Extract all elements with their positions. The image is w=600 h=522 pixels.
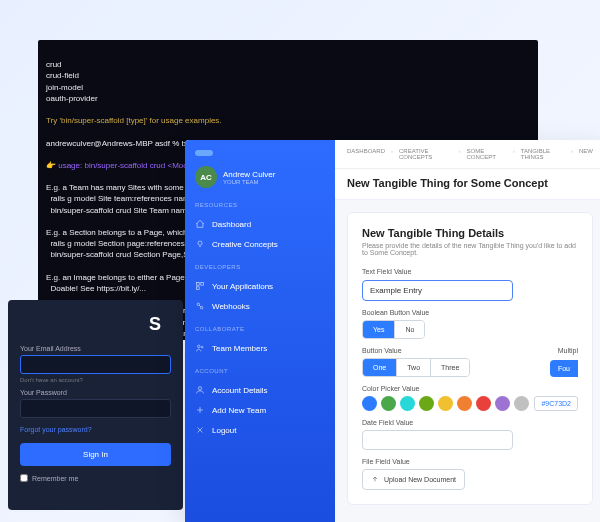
section-collaborate: COLLABORATE bbox=[195, 326, 325, 332]
bool-group: Yes No bbox=[362, 320, 425, 339]
remember-label: Remember me bbox=[32, 475, 78, 482]
section-resources: RESOURCES bbox=[195, 202, 325, 208]
file-label: File Field Value bbox=[362, 458, 578, 465]
home-icon bbox=[195, 219, 205, 229]
svg-point-8 bbox=[198, 387, 201, 390]
terminal-try: Try 'bin/super-scaffold [type]' for usag… bbox=[46, 116, 222, 125]
svg-point-0 bbox=[198, 241, 202, 245]
date-input[interactable] bbox=[362, 430, 513, 450]
signup-hint[interactable]: Don't have an account? bbox=[20, 377, 171, 383]
bulb-icon bbox=[195, 239, 205, 249]
user-icon bbox=[195, 385, 205, 395]
team-icon bbox=[195, 343, 205, 353]
page-title: New Tangible Thing for Some Concept bbox=[335, 169, 600, 200]
multi-button[interactable]: Fou bbox=[550, 360, 578, 377]
sidebar-item-concepts[interactable]: Creative Concepts bbox=[195, 234, 325, 254]
swatch-purple[interactable] bbox=[495, 396, 510, 411]
swatch-gray[interactable] bbox=[514, 396, 529, 411]
email-label: Your Email Address bbox=[20, 345, 171, 352]
remember-row[interactable]: Remember me bbox=[20, 474, 171, 482]
breadcrumb: DASHBOARD› CREATIVE CONCEPTS› SOME CONCE… bbox=[335, 140, 600, 169]
svg-point-6 bbox=[198, 345, 201, 348]
crumb-things[interactable]: TANGIBLE THINGS bbox=[521, 148, 565, 160]
sidebar-item-team[interactable]: Team Members bbox=[195, 338, 325, 358]
user-team: YOUR TEAM bbox=[223, 179, 275, 185]
signin-button[interactable]: Sign In bbox=[20, 443, 171, 466]
swatch-lime[interactable] bbox=[419, 396, 434, 411]
swatch-teal[interactable] bbox=[400, 396, 415, 411]
hex-input[interactable]: #9C73D2 bbox=[534, 396, 578, 411]
main-content: DASHBOARD› CREATIVE CONCEPTS› SOME CONCE… bbox=[335, 140, 600, 522]
app-window: AC Andrew Culver YOUR TEAM RESOURCES Das… bbox=[185, 140, 600, 522]
date-label: Date Field Value bbox=[362, 419, 578, 426]
user-name: Andrew Culver bbox=[223, 170, 275, 179]
swatch-blue[interactable] bbox=[362, 396, 377, 411]
crumb-concept[interactable]: SOME CONCEPT bbox=[466, 148, 506, 160]
sidebar-item-logout[interactable]: Logout bbox=[195, 420, 325, 440]
webhook-icon bbox=[195, 301, 205, 311]
crumb-dashboard[interactable]: DASHBOARD bbox=[347, 148, 385, 160]
section-account: ACCOUNT bbox=[195, 368, 325, 374]
crumb-concepts[interactable]: CREATIVE CONCEPTS bbox=[399, 148, 452, 160]
section-developers: DEVELOPERS bbox=[195, 264, 325, 270]
password-field[interactable] bbox=[20, 399, 171, 418]
password-label: Your Password bbox=[20, 389, 171, 396]
plus-icon bbox=[195, 405, 205, 415]
btn-three[interactable]: Three bbox=[431, 359, 469, 376]
svg-point-7 bbox=[201, 346, 203, 348]
multi-label: Multipl bbox=[550, 347, 578, 354]
svg-rect-1 bbox=[197, 283, 200, 286]
upload-button[interactable]: Upload New Document bbox=[362, 469, 465, 490]
terminal-commands: crud crud-field join-model oauth-provide… bbox=[46, 60, 98, 103]
sidebar-item-add-team[interactable]: Add New Team bbox=[195, 400, 325, 420]
btn-one[interactable]: One bbox=[363, 359, 397, 376]
btn-two[interactable]: Two bbox=[397, 359, 431, 376]
btn-label: Button Value bbox=[362, 347, 470, 354]
form-card: New Tangible Thing Details Please provid… bbox=[347, 212, 593, 505]
upload-icon bbox=[371, 475, 379, 484]
swatch-red[interactable] bbox=[476, 396, 491, 411]
color-label: Color Picker Value bbox=[362, 385, 578, 392]
app-logo bbox=[195, 150, 325, 156]
sidebar-item-apps[interactable]: Your Applications bbox=[195, 276, 325, 296]
avatar: AC bbox=[195, 166, 217, 188]
card-title: New Tangible Thing Details bbox=[362, 227, 578, 239]
upload-label: Upload New Document bbox=[384, 476, 456, 483]
sidebar-item-dashboard[interactable]: Dashboard bbox=[195, 214, 325, 234]
login-logo: S bbox=[20, 314, 171, 335]
bool-no[interactable]: No bbox=[395, 321, 424, 338]
btn-group: One Two Three bbox=[362, 358, 470, 377]
svg-rect-3 bbox=[197, 287, 200, 290]
email-field[interactable] bbox=[20, 355, 171, 374]
remember-checkbox[interactable] bbox=[20, 474, 28, 482]
text-field-input[interactable] bbox=[362, 280, 513, 301]
swatch-green[interactable] bbox=[381, 396, 396, 411]
sidebar-item-webhooks[interactable]: Webhooks bbox=[195, 296, 325, 316]
login-panel: S Your Email Address Don't have an accou… bbox=[8, 300, 183, 510]
sidebar: AC Andrew Culver YOUR TEAM RESOURCES Das… bbox=[185, 140, 335, 522]
user-block[interactable]: AC Andrew Culver YOUR TEAM bbox=[195, 166, 325, 188]
color-row: #9C73D2 bbox=[362, 396, 578, 411]
logout-icon bbox=[195, 425, 205, 435]
apps-icon bbox=[195, 281, 205, 291]
svg-rect-2 bbox=[201, 283, 204, 286]
swatch-orange[interactable] bbox=[457, 396, 472, 411]
swatch-yellow[interactable] bbox=[438, 396, 453, 411]
crumb-new[interactable]: NEW bbox=[579, 148, 593, 160]
bool-yes[interactable]: Yes bbox=[363, 321, 395, 338]
card-subtitle: Please provide the details of the new Ta… bbox=[362, 242, 578, 256]
sidebar-item-account[interactable]: Account Details bbox=[195, 380, 325, 400]
bool-label: Boolean Button Value bbox=[362, 309, 578, 316]
text-field-label: Text Field Value bbox=[362, 268, 578, 275]
forgot-link[interactable]: Forgot your password? bbox=[20, 426, 171, 433]
